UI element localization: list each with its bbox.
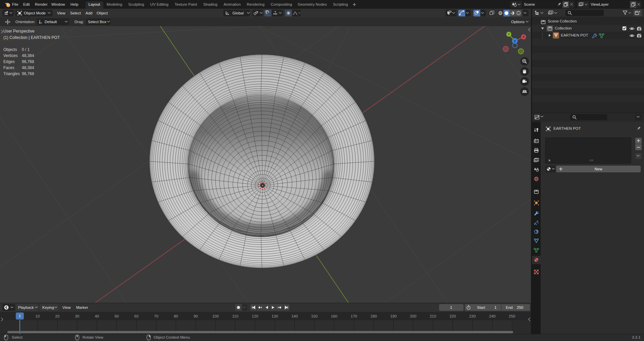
svg-text:190: 190	[390, 314, 396, 318]
svg-text:150: 150	[311, 314, 318, 318]
svg-text:80: 80	[174, 314, 178, 318]
svg-text:90: 90	[194, 314, 198, 318]
svg-text:40: 40	[95, 314, 99, 318]
svg-text:250: 250	[509, 314, 515, 318]
svg-text:X: X	[523, 35, 525, 39]
svg-text:180: 180	[370, 314, 377, 318]
svg-text:10: 10	[36, 314, 40, 318]
svg-text:50: 50	[114, 314, 119, 318]
svg-text:100: 100	[212, 314, 219, 318]
svg-text:110: 110	[232, 314, 238, 318]
svg-text:200: 200	[410, 314, 416, 318]
svg-text:130: 130	[272, 314, 278, 318]
svg-text:240: 240	[489, 314, 495, 318]
svg-text:20: 20	[55, 314, 60, 318]
svg-text:140: 140	[291, 314, 298, 318]
svg-text:Z: Z	[514, 39, 516, 43]
svg-text:Y: Y	[508, 33, 510, 36]
svg-text:30: 30	[75, 314, 79, 318]
svg-text:160: 160	[331, 314, 337, 318]
svg-text:170: 170	[351, 314, 357, 318]
svg-text:230: 230	[469, 314, 476, 318]
svg-text:210: 210	[430, 314, 436, 318]
svg-text:120: 120	[252, 314, 258, 318]
svg-text:60: 60	[134, 314, 139, 318]
svg-text:70: 70	[154, 314, 158, 318]
svg-text:220: 220	[449, 314, 456, 318]
